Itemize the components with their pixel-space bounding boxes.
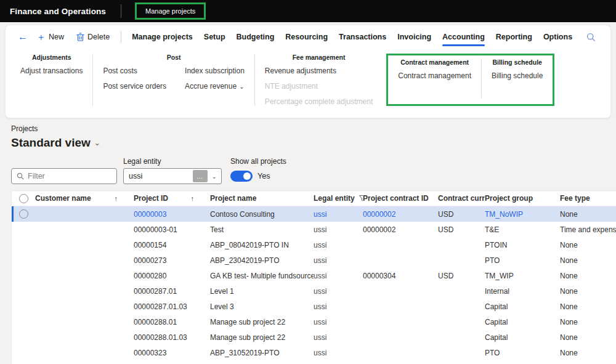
legal-entity-label: Legal entity [123,157,222,166]
project-id-cell[interactable]: 00000287.01.03 [134,302,210,311]
tab-setup[interactable]: Setup [198,28,231,46]
project-id-cell[interactable]: 00000154 [134,241,210,249]
legal-entity-cell: ussi [314,318,363,326]
column-header-fee-type[interactable]: Fee type [560,194,616,203]
project-name-cell: GA KB test- Multiple fundsource [210,272,314,280]
column-header-project-name[interactable]: Project name [210,194,314,203]
table-row[interactable]: 00000288.01.03 Manage sub project 22 uss… [12,330,616,345]
column-header-contract-currency[interactable]: Contract curre... [438,194,485,203]
delete-button[interactable]: Delete [70,33,116,41]
green-highlight-box: Contract management Contract management … [386,54,554,106]
column-header-project-group[interactable]: Project group [485,194,560,203]
table-row[interactable]: 00000003 Contoso Consulting ussi 0000000… [12,206,616,222]
project-id-cell[interactable]: 00000280 [134,272,210,280]
table-row[interactable]: 00000333 ABP_1062019-PTO- Created ussi P… [12,360,616,364]
index-subscription-button[interactable]: Index subscription [185,67,245,75]
fee-type-cell: Time and expense [560,225,616,234]
filter-row: Legal entity ussi … ⌄ Show all projects … [11,157,616,184]
tab-budgeting[interactable]: Budgeting [231,28,280,46]
view-selector[interactable]: Standard view ⌄ [11,136,616,150]
post-costs-button[interactable]: Post costs [103,67,137,75]
show-all-projects-toggle[interactable] [230,171,253,182]
chevron-down-icon[interactable]: ⌄ [208,173,221,180]
project-id-cell[interactable]: 00000003-01 [134,225,210,234]
back-arrow-icon[interactable]: ← [15,32,30,42]
project-id-cell[interactable]: 00000288.01 [134,318,210,326]
nte-adjustment-button: NTE adjustment [265,82,318,91]
projects-grid: Customer name↑ Project ID↑ Project name … [11,190,616,364]
project-name-cell: ABP_23042019-PTO [210,256,314,265]
revenue-adjustments-button[interactable]: Revenue adjustments [265,67,336,75]
column-header-customer-name[interactable]: Customer name↑ [35,194,134,203]
fee-type-cell: None [560,302,616,311]
plus-icon: ＋ [36,31,46,43]
group-adjustments: Adjustments Adjust transactions [10,54,92,106]
group-title: Post [167,54,181,61]
chevron-down-icon: ⌄ [94,139,100,147]
tab-transactions[interactable]: Transactions [333,28,392,46]
lookup-ellipsis-button[interactable]: … [193,170,208,182]
contract-management-button[interactable]: Contract management [398,71,471,80]
fee-type-cell: None [560,256,616,265]
project-group-cell: Capital [485,333,560,342]
tab-reporting[interactable]: Reporting [490,28,538,46]
project-id-cell[interactable]: 00000287.01 [134,287,210,296]
project-group-cell: T&E [485,225,560,234]
fee-type-cell: None [560,210,616,219]
project-name-cell: Manage sub project 22 [210,333,314,342]
table-row[interactable]: 00000003-01 Test ussi 00000002 USD T&E T… [12,222,616,237]
contract-id-link[interactable]: 00000002 [363,210,438,219]
project-id-cell[interactable]: 00000288.01.03 [134,333,210,342]
select-all-checkbox[interactable] [12,194,35,203]
table-row[interactable]: 00000287.01.03 Level 3 ussi Capital None [12,299,616,314]
group-post: Post Post costs Post service orders Inde… [93,54,254,106]
project-id-link[interactable]: 00000003 [134,210,210,219]
page-tab-manage-projects[interactable]: Manage projects [135,2,206,20]
filter-input[interactable] [28,172,111,180]
fee-type-cell: None [560,287,616,296]
group-fee-management: Fee management Revenue adjustments NTE a… [255,54,383,106]
tab-invoicing[interactable]: Invoicing [392,28,437,46]
column-header-legal-entity[interactable]: Legal entity [314,194,363,203]
legal-entity-cell: ussi [314,349,363,357]
top-navigation-bar: Finance and Operations Manage projects [0,0,616,22]
table-row[interactable]: 00000288.01 Manage sub project 22 ussi C… [12,314,616,330]
table-row[interactable]: 00000287.01 Level 1 ussi Internal None [12,283,616,299]
quick-filter[interactable] [11,168,117,184]
legal-entity-cell: ussi [314,225,363,234]
table-row[interactable]: 00000273 ABP_23042019-PTO ussi PTO None [12,253,616,268]
legal-entity-field: Legal entity ussi … ⌄ [123,157,222,184]
tab-options[interactable]: Options [538,28,578,46]
project-name-cell: Level 1 [210,287,314,296]
table-row[interactable]: 00000323 ABP_31052019-PTO ussi PTO None [12,345,616,360]
project-id-cell[interactable]: 00000273 [134,256,210,265]
search-icon[interactable] [586,33,596,42]
project-name-cell: Manage sub project 22 [210,318,314,326]
legal-entity-link[interactable]: ussi [314,210,363,219]
new-button[interactable]: ＋ New [30,31,70,43]
chevron-down-icon: ⌄ [239,83,244,90]
command-bar: ← ＋ New Delete Manage projects Setup Bud… [6,25,610,47]
tab-resourcing[interactable]: Resourcing [280,28,333,46]
row-checkbox[interactable] [12,209,35,219]
legal-entity-cell: ussi [314,302,363,311]
trash-icon [76,33,84,41]
accrue-revenue-button[interactable]: Accrue revenue⌄ [185,82,244,91]
table-row[interactable]: 00000154 ABP_08042019-PTO IN ussi PTOIN … [12,237,616,253]
tab-accounting[interactable]: Accounting [437,28,490,46]
table-row[interactable]: 00000280 GA KB test- Multiple fundsource… [12,268,616,283]
column-header-project-contract-id[interactable]: Project contract ID [363,194,438,203]
project-group-link[interactable]: TM_NoWIP [485,210,560,219]
group-contract-management: Contract management Contract management [388,59,481,98]
post-service-orders-button[interactable]: Post service orders [103,82,166,91]
project-id-cell[interactable]: 00000323 [134,349,210,357]
legal-entity-combobox[interactable]: ussi … ⌄ [123,168,222,184]
project-name-cell: ABP_31052019-PTO [210,349,314,357]
adjust-transactions-button[interactable]: Adjust transactions [20,67,83,75]
billing-schedule-button[interactable]: Billing schedule [492,71,543,80]
project-group-cell: PTO [485,349,560,357]
column-header-project-id[interactable]: Project ID↑ [134,194,210,203]
app-title: Finance and Operations [10,7,106,16]
commandbar-divider [121,31,121,42]
tab-manage-projects[interactable]: Manage projects [126,28,198,46]
